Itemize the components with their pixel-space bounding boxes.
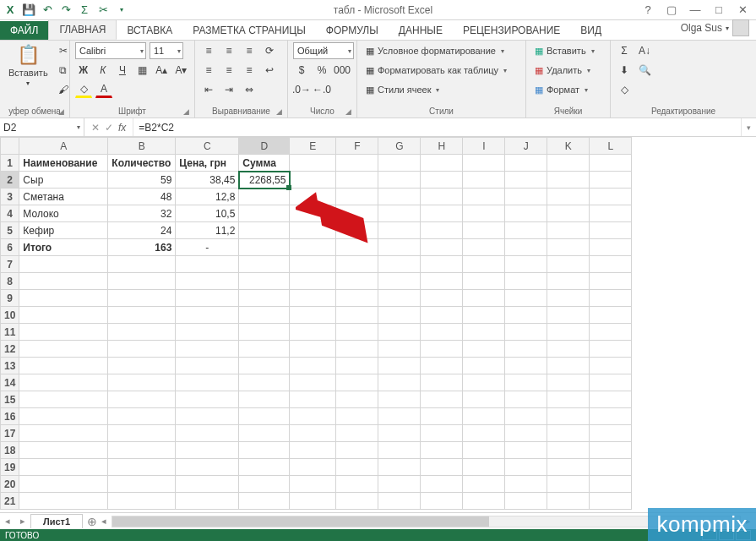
cell-G15[interactable]: [378, 391, 421, 408]
scroll-left-icon[interactable]: ◂: [101, 516, 106, 527]
cell-K19[interactable]: [547, 459, 590, 476]
cell-B13[interactable]: [108, 358, 176, 374]
cell-H17[interactable]: [421, 425, 463, 442]
cut-icon[interactable]: ✂: [96, 3, 110, 17]
cell-L20[interactable]: [590, 476, 632, 493]
cell-I19[interactable]: [463, 459, 505, 476]
decrease-font-button[interactable]: A▾: [173, 62, 189, 79]
underline-button[interactable]: Ч: [114, 62, 130, 79]
cell-L9[interactable]: [590, 290, 632, 307]
cell-C18[interactable]: [176, 442, 239, 459]
cell-J1[interactable]: [505, 155, 547, 172]
clear-button[interactable]: ◇: [616, 81, 633, 98]
cell-K4[interactable]: [547, 205, 590, 222]
cell-D21[interactable]: [239, 493, 290, 510]
cell-D19[interactable]: [239, 459, 290, 476]
row-header-18[interactable]: 18: [1, 442, 19, 459]
cell-K8[interactable]: [547, 273, 590, 290]
cell-H18[interactable]: [421, 442, 463, 459]
cell-C12[interactable]: [176, 341, 239, 358]
autosum-icon[interactable]: Σ: [78, 3, 91, 17]
cell-K21[interactable]: [547, 493, 590, 510]
cell-J15[interactable]: [505, 391, 547, 408]
cut-button[interactable]: ✂: [55, 42, 72, 59]
cell-A13[interactable]: [19, 358, 108, 374]
row-header-4[interactable]: 4: [1, 205, 19, 222]
tab-formulas[interactable]: ФОРМУЛЫ: [316, 21, 389, 40]
col-header-A[interactable]: A: [19, 138, 108, 155]
cell-E2[interactable]: [290, 172, 336, 189]
align-top-button[interactable]: ≡: [200, 42, 217, 59]
cell-F18[interactable]: [336, 442, 378, 459]
cell-K7[interactable]: [547, 256, 590, 273]
close-icon[interactable]: ✕: [732, 3, 753, 16]
cell-C5[interactable]: 11,2: [176, 222, 239, 239]
row-header-15[interactable]: 15: [1, 391, 19, 408]
italic-button[interactable]: К: [95, 62, 111, 79]
decrease-decimal-button[interactable]: ←.0: [313, 81, 330, 98]
undo-icon[interactable]: ↶: [41, 3, 54, 17]
cell-E3[interactable]: [290, 189, 336, 205]
cell-G16[interactable]: [378, 408, 421, 425]
cell-D15[interactable]: [239, 391, 290, 408]
cell-G18[interactable]: [378, 442, 421, 459]
cell-C6[interactable]: -: [176, 239, 239, 256]
row-header-20[interactable]: 20: [1, 476, 19, 493]
cell-C15[interactable]: [176, 391, 239, 408]
cell-F8[interactable]: [336, 273, 378, 290]
cell-D5[interactable]: [239, 222, 290, 239]
cell-L8[interactable]: [590, 273, 632, 290]
fill-button[interactable]: ⬇: [616, 62, 633, 79]
cell-H5[interactable]: [421, 222, 463, 239]
font-name-combo[interactable]: Calibri▾: [75, 42, 146, 59]
tab-review[interactable]: РЕЦЕНЗИРОВАНИЕ: [453, 21, 570, 40]
currency-button[interactable]: $: [293, 62, 310, 79]
cell-J9[interactable]: [505, 290, 547, 307]
cell-C9[interactable]: [176, 290, 239, 307]
cell-E8[interactable]: [290, 273, 336, 290]
cell-I8[interactable]: [463, 273, 505, 290]
cell-A15[interactable]: [19, 391, 108, 408]
cell-F12[interactable]: [336, 341, 378, 358]
cell-J7[interactable]: [505, 256, 547, 273]
cell-L1[interactable]: [590, 155, 632, 172]
conditional-formatting-button[interactable]: ▦Условное форматирование▾: [362, 42, 510, 59]
cell-L17[interactable]: [590, 425, 632, 442]
cell-H2[interactable]: [421, 172, 463, 189]
col-header-C[interactable]: C: [176, 138, 239, 155]
cell-F20[interactable]: [336, 476, 378, 493]
cell-K13[interactable]: [547, 358, 590, 374]
col-header-E[interactable]: E: [290, 138, 336, 155]
merge-button[interactable]: ⇔: [241, 81, 258, 98]
cell-B19[interactable]: [108, 459, 176, 476]
expand-formula-bar-icon[interactable]: ▾: [741, 118, 756, 136]
cell-A5[interactable]: Кефир: [19, 222, 108, 239]
row-header-10[interactable]: 10: [1, 307, 19, 324]
cell-L16[interactable]: [590, 408, 632, 425]
cell-J19[interactable]: [505, 459, 547, 476]
row-header-2[interactable]: 2: [1, 172, 19, 189]
cancel-icon[interactable]: ✕: [91, 122, 100, 134]
cell-A18[interactable]: [19, 442, 108, 459]
launcher-icon[interactable]: ◢: [345, 107, 351, 116]
cell-E18[interactable]: [290, 442, 336, 459]
cell-B4[interactable]: 32: [108, 205, 176, 222]
cell-K9[interactable]: [547, 290, 590, 307]
row-header-6[interactable]: 6: [1, 239, 19, 256]
tab-file[interactable]: ФАЙЛ: [0, 21, 48, 40]
cell-I3[interactable]: [463, 189, 505, 205]
row-header-7[interactable]: 7: [1, 256, 19, 273]
format-as-table-button[interactable]: ▦Форматировать как таблицу▾: [362, 62, 510, 79]
col-header-D[interactable]: D: [239, 138, 290, 155]
cell-A11[interactable]: [19, 324, 108, 341]
cell-D11[interactable]: [239, 324, 290, 341]
cell-G2[interactable]: [378, 172, 421, 189]
cell-A6[interactable]: Итого: [19, 239, 108, 256]
horizontal-scrollbar[interactable]: [111, 516, 741, 527]
cell-I14[interactable]: [463, 374, 505, 391]
cell-E7[interactable]: [290, 256, 336, 273]
cell-L3[interactable]: [590, 189, 632, 205]
launcher-icon[interactable]: ◢: [58, 107, 64, 116]
cell-H10[interactable]: [421, 307, 463, 324]
cell-G20[interactable]: [378, 476, 421, 493]
